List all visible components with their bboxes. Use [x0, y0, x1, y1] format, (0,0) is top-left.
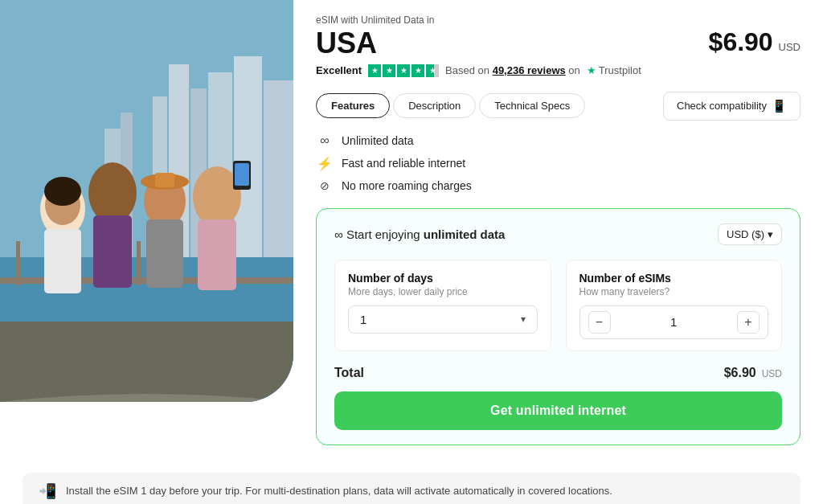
feature-text-1: Unlimited data [342, 134, 414, 147]
svg-rect-16 [44, 229, 81, 293]
main-content: eSIM with Unlimited Data in USA $6.90 US… [0, 0, 823, 460]
esims-increment-button[interactable]: + [737, 311, 760, 334]
device-icon: 📱 [772, 99, 787, 113]
esim-label: eSIM with Unlimited Data in [316, 14, 800, 26]
pricing-card: ∞ Start enjoying unlimited data USD ($) … [316, 208, 800, 445]
esims-stepper: − 1 + [579, 305, 769, 339]
bolt-icon: ⚡ [316, 156, 334, 171]
star-4: ★ [412, 64, 424, 77]
total-currency: USD [762, 368, 782, 379]
tab-features[interactable]: Features [316, 93, 390, 118]
days-value: 1 [360, 313, 366, 326]
product-title: USA [316, 27, 377, 59]
price-main: $6.90 [709, 27, 773, 56]
rating-label: Excellent [316, 64, 362, 76]
price-block: $6.90 USD [709, 27, 800, 57]
svg-point-18 [44, 177, 81, 206]
svg-rect-31 [235, 163, 249, 186]
feature-unlimited-data: ∞ Unlimited data [316, 133, 800, 148]
page-wrapper: eSIM with Unlimited Data in USA $6.90 US… [0, 0, 823, 504]
info-bar: 📲 Install the eSIM 1 day before your tri… [23, 473, 800, 504]
check-compat-label: Check compatibility [677, 100, 767, 112]
product-image [0, 0, 293, 402]
feature-no-roaming: ⊘ No more roaming charges [316, 179, 800, 192]
reviews-text: Based on 49,236 reviews on [445, 64, 580, 76]
pricing-card-header: ∞ Start enjoying unlimited data USD ($) … [334, 223, 782, 245]
star-3: ★ [397, 64, 410, 77]
days-selector-group: Number of days More days, lower daily pr… [334, 260, 551, 351]
svg-rect-26 [155, 173, 174, 187]
currency-value: USD ($) [727, 228, 764, 240]
currency-selector[interactable]: USD ($) ▾ [718, 223, 782, 245]
total-price: $6.90 [724, 366, 756, 379]
star-5: ★ [426, 64, 439, 77]
esims-decrement-button[interactable]: − [588, 311, 611, 334]
rating-row: Excellent ★ ★ ★ ★ ★ Based on 49,236 revi… [316, 64, 800, 77]
product-title-row: USA $6.90 USD [316, 27, 800, 59]
esims-sublabel: How many travelers? [579, 286, 769, 297]
svg-point-29 [198, 169, 236, 214]
price-currency: USD [779, 41, 800, 53]
info-bar-text: Install the eSIM 1 day before your trip.… [66, 485, 612, 497]
tab-description[interactable]: Description [393, 93, 476, 118]
tab-technical-specs[interactable]: Technical Specs [479, 93, 585, 118]
star-1: ★ [368, 64, 381, 77]
infinity-icon: ∞ [316, 133, 334, 148]
selectors-row: Number of days More days, lower daily pr… [334, 260, 782, 351]
info-icon: 📲 [39, 482, 56, 500]
features-list: ∞ Unlimited data ⚡ Fast and reliable int… [316, 133, 800, 192]
get-unlimited-internet-button[interactable]: Get unlimited internet [334, 391, 782, 430]
infinity-card-icon: ∞ [334, 227, 346, 241]
trustpilot: ★ Trustpilot [587, 64, 641, 76]
feature-fast-internet: ⚡ Fast and reliable internet [316, 156, 800, 171]
svg-point-21 [93, 166, 132, 211]
svg-rect-7 [264, 80, 293, 257]
total-price-block: $6.90 USD [724, 366, 782, 380]
no-roaming-icon: ⊘ [316, 179, 334, 192]
svg-rect-32 [0, 322, 293, 402]
svg-rect-23 [146, 219, 183, 288]
stars: ★ ★ ★ ★ ★ [368, 64, 439, 77]
svg-rect-20 [93, 215, 132, 288]
chevron-down-icon: ▾ [768, 228, 773, 240]
pricing-card-title: ∞ Start enjoying unlimited data [334, 227, 505, 241]
reviews-link[interactable]: 49,236 reviews [493, 64, 566, 76]
days-dropdown[interactable]: 1 ▾ [348, 305, 538, 334]
product-section: eSIM with Unlimited Data in USA $6.90 US… [293, 0, 823, 460]
tabs: Features Description Technical Specs [316, 93, 585, 118]
days-sublabel: More days, lower daily price [348, 286, 538, 297]
svg-rect-14 [137, 241, 141, 285]
feature-text-2: Fast and reliable internet [342, 157, 465, 170]
total-label: Total [334, 366, 364, 380]
star-2: ★ [383, 64, 395, 77]
svg-rect-6 [234, 56, 262, 257]
svg-rect-11 [16, 241, 20, 285]
total-row: Total $6.90 USD [334, 366, 782, 380]
esims-value: 1 [670, 315, 677, 329]
check-compatibility-button[interactable]: Check compatibility 📱 [663, 92, 800, 121]
tabs-row: Features Description Technical Specs Che… [316, 92, 800, 121]
days-chevron-icon: ▾ [521, 313, 526, 325]
esims-label: Number of eSIMs [579, 272, 769, 285]
esims-selector-group: Number of eSIMs How many travelers? − 1 … [566, 260, 783, 351]
svg-rect-28 [198, 219, 236, 290]
days-label: Number of days [348, 272, 538, 285]
trustpilot-star: ★ [587, 64, 596, 76]
feature-text-3: No more roaming charges [342, 179, 472, 192]
